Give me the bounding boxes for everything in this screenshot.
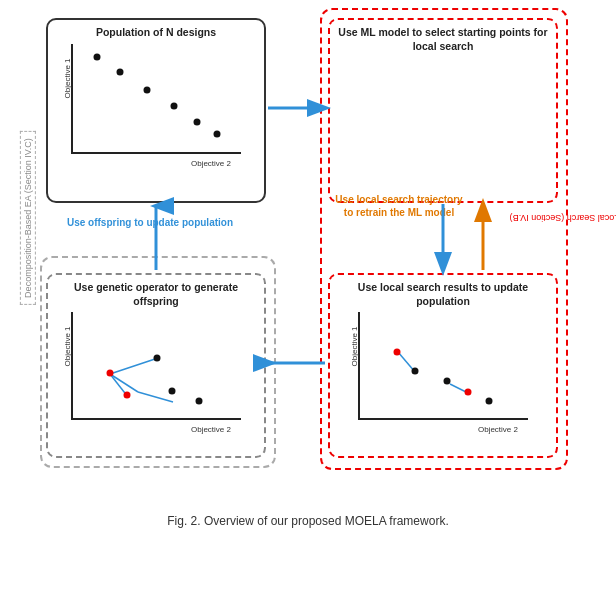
quad-tl-label: Population of N designs bbox=[48, 20, 264, 42]
quad-population: Population of N designs Objective 1 Obje… bbox=[46, 18, 266, 203]
diagram-area: Decomposition-Based EA (Section IV.C) ML… bbox=[18, 8, 598, 508]
genetic-plot: Objective 1 Objective 2 bbox=[71, 312, 241, 420]
pareto-plot: Objective 1 Objective 2 bbox=[71, 44, 241, 154]
axis-y-label-tl: Objective 1 bbox=[63, 58, 72, 98]
main-container: Decomposition-Based EA (Section IV.C) ML… bbox=[0, 0, 616, 594]
offspring-update-text: Use offspring to update population bbox=[60, 216, 240, 229]
caption: Fig. 2. Overview of our proposed MOELA f… bbox=[167, 514, 448, 528]
svg-line-0 bbox=[110, 374, 138, 392]
local-search-plot: Objective 1 Objective 2 bbox=[358, 312, 528, 420]
svg-line-2 bbox=[138, 392, 173, 402]
quad-tr-label: Use ML model to select starting points f… bbox=[330, 20, 556, 55]
genetic-lines bbox=[73, 312, 241, 418]
axis-x-label-bl: Objective 2 bbox=[191, 425, 231, 434]
axis-x-label-tl: Objective 2 bbox=[191, 159, 231, 168]
svg-line-1 bbox=[110, 358, 158, 374]
axis-y-label-bl: Objective 1 bbox=[63, 327, 72, 367]
trajectory-retrain-text: Use local search trajectory to retrain t… bbox=[334, 193, 464, 219]
quad-ml-model: Use ML model to select starting points f… bbox=[328, 18, 558, 203]
quad-bl-label: Use genetic operator to generate offspri… bbox=[48, 275, 264, 310]
quad-br-label: Use local search results to update popul… bbox=[330, 275, 556, 310]
quad-genetic: Use genetic operator to generate offspri… bbox=[46, 273, 266, 458]
axis-x-label-br: Objective 2 bbox=[478, 425, 518, 434]
local-search-lines bbox=[360, 312, 528, 418]
axis-y-label-br: Objective 1 bbox=[350, 327, 359, 367]
right-label: ML-Guided Local Search (Section IV.B) bbox=[578, 28, 598, 408]
left-label: Decomposition-Based EA (Section IV.C) bbox=[18, 68, 38, 368]
quad-local-search: Use local search results to update popul… bbox=[328, 273, 558, 458]
